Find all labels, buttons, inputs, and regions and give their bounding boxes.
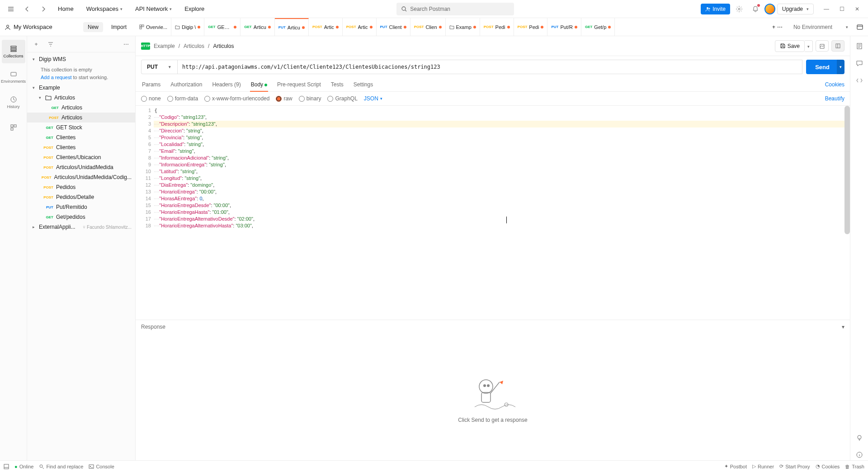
tab-more-icon[interactable]: ⋯ bbox=[777, 24, 783, 30]
crumb-1[interactable]: Example bbox=[154, 43, 175, 49]
sidebar-environments-icon[interactable]: Environments bbox=[2, 65, 25, 89]
tree-request-item[interactable]: POSTArticulos/UnidadMedida bbox=[27, 162, 135, 172]
tab-body[interactable]: Body bbox=[250, 78, 268, 91]
tab-authorization[interactable]: Authorization bbox=[170, 78, 203, 91]
window-close-icon[interactable]: ✕ bbox=[850, 4, 864, 14]
window-minimize-icon[interactable]: — bbox=[819, 4, 834, 14]
url-input[interactable] bbox=[177, 60, 802, 74]
tree-request-item[interactable]: POSTPedidos/Detalle bbox=[27, 192, 135, 202]
tree-request-item[interactable]: PUTPut/Remitido bbox=[27, 202, 135, 212]
tab-item[interactable]: GETArticu bbox=[241, 18, 275, 36]
env-eye-icon[interactable] bbox=[856, 24, 863, 31]
tree-request-item[interactable]: GETClientes bbox=[27, 132, 135, 142]
tree-collection-example[interactable]: ▾Example bbox=[27, 83, 135, 93]
tab-prerequest[interactable]: Pre-request Script bbox=[276, 78, 322, 91]
body-editor[interactable]: 123456789101112131415161718 ·{····"Codig… bbox=[136, 105, 850, 320]
tab-item[interactable]: POSTArtic bbox=[309, 18, 343, 36]
sidebar-add-icon[interactable]: + bbox=[31, 39, 42, 50]
tree-collection-digip[interactable]: ▾Digip WMS bbox=[27, 54, 135, 64]
sidebar-collections-icon[interactable]: Collections bbox=[2, 40, 25, 63]
tree-request-item[interactable]: GETGET Stock bbox=[27, 123, 135, 132]
tree-request-item[interactable]: POSTClientes/Ubicacion bbox=[27, 152, 135, 162]
cookies-link[interactable]: Cookies bbox=[825, 78, 844, 91]
tab-item[interactable]: GETGet/p bbox=[581, 18, 615, 36]
hamburger-icon[interactable] bbox=[4, 2, 18, 16]
save-dropdown[interactable]: ▾ bbox=[805, 40, 813, 52]
invite-button[interactable]: Invite bbox=[701, 4, 730, 14]
status-postbot[interactable]: ✦ Postbot bbox=[724, 463, 747, 469]
beautify-button[interactable]: Beautify bbox=[825, 95, 844, 102]
status-find[interactable]: Find and replace bbox=[39, 464, 83, 469]
tab-item[interactable]: POSTPedi bbox=[514, 18, 548, 36]
body-raw[interactable]: raw bbox=[276, 95, 292, 102]
status-online[interactable]: ●Online bbox=[14, 464, 33, 469]
tab-item[interactable]: Overvie... bbox=[136, 18, 171, 36]
forward-icon[interactable] bbox=[36, 2, 51, 16]
status-runner[interactable]: ▷ Runner bbox=[752, 463, 774, 469]
workspace-name[interactable]: My Workspace bbox=[5, 24, 80, 30]
tree-request-item[interactable]: POSTClientes bbox=[27, 142, 135, 152]
import-button[interactable]: Import bbox=[107, 22, 131, 32]
tree-request-item[interactable]: POSTArticulos/UnidadMedida/Codig... bbox=[27, 172, 135, 182]
method-select[interactable]: PUT▾ bbox=[141, 60, 177, 74]
sidebar-history-icon[interactable]: History bbox=[2, 90, 25, 114]
status-proxy[interactable]: ⟳ Start Proxy bbox=[779, 463, 810, 469]
send-dropdown[interactable]: ▾ bbox=[837, 60, 844, 74]
tab-item[interactable]: POSTPedi bbox=[480, 18, 514, 36]
add-request-link[interactable]: Add a request bbox=[41, 75, 72, 80]
status-trash[interactable]: 🗑 Trash bbox=[845, 463, 864, 469]
save-button[interactable]: Save bbox=[775, 40, 805, 52]
environment-select[interactable]: No Environment▾ bbox=[790, 22, 852, 32]
status-cookies[interactable]: ◔ Cookies bbox=[816, 463, 840, 469]
docs-icon[interactable] bbox=[854, 41, 865, 52]
new-button[interactable]: New bbox=[83, 22, 103, 32]
tree-collection-external[interactable]: ▸ExternalAppli... ⑂ Facundo Shlamovitz..… bbox=[27, 222, 135, 232]
tab-item[interactable]: GETGET S bbox=[204, 18, 241, 36]
body-urlencoded[interactable]: x-www-form-urlencoded bbox=[204, 95, 269, 102]
view-icon[interactable] bbox=[831, 40, 844, 52]
body-none[interactable]: none bbox=[141, 95, 161, 102]
tab-item[interactable]: Digip \ bbox=[171, 18, 204, 36]
tab-params[interactable]: Params bbox=[141, 78, 161, 91]
tree-request-item[interactable]: POSTPedidos bbox=[27, 182, 135, 192]
crumb-2[interactable]: Articulos bbox=[184, 43, 204, 49]
new-tab-icon[interactable]: + bbox=[772, 24, 775, 30]
nav-workspaces[interactable]: Workspaces▾ bbox=[81, 2, 128, 16]
info-icon[interactable] bbox=[854, 449, 865, 460]
tab-item[interactable]: PUTClient bbox=[377, 18, 410, 36]
tab-item[interactable]: PUTPut/R bbox=[547, 18, 581, 36]
tree-request-item[interactable]: POSTArticulos bbox=[27, 113, 135, 123]
response-collapse-icon[interactable]: ▾ bbox=[842, 324, 844, 330]
avatar[interactable] bbox=[764, 4, 775, 14]
body-graphql[interactable]: GraphQL bbox=[327, 95, 357, 102]
global-search[interactable]: Search Postman bbox=[396, 3, 514, 15]
sidebar-filter-icon[interactable] bbox=[45, 39, 56, 50]
body-format-select[interactable]: JSON▾ bbox=[364, 95, 382, 102]
upgrade-button[interactable]: Upgrade▾ bbox=[777, 4, 814, 14]
tab-item[interactable]: POSTClien bbox=[410, 18, 446, 36]
tab-headers[interactable]: Headers (9) bbox=[211, 78, 241, 91]
sidebar-more-icon[interactable] bbox=[2, 116, 25, 139]
tree-request-item[interactable]: GETGet/pedidos bbox=[27, 212, 135, 222]
lightbulb-icon[interactable] bbox=[854, 432, 865, 443]
tab-item[interactable]: POSTArtic bbox=[343, 18, 377, 36]
window-maximize-icon[interactable]: ☐ bbox=[835, 4, 849, 14]
tree-request-item[interactable]: GETArticulos bbox=[27, 103, 135, 113]
nav-explore[interactable]: Explore bbox=[179, 2, 210, 16]
code-icon[interactable] bbox=[854, 75, 865, 86]
nav-home[interactable]: Home bbox=[52, 2, 79, 16]
share-icon[interactable] bbox=[816, 40, 829, 52]
status-console[interactable]: Console bbox=[89, 464, 114, 469]
bell-icon[interactable] bbox=[748, 2, 763, 16]
comments-icon[interactable] bbox=[854, 58, 865, 69]
back-icon[interactable] bbox=[20, 2, 34, 16]
tab-item[interactable]: PUTArticu bbox=[275, 18, 309, 36]
send-button[interactable]: Send bbox=[806, 60, 839, 74]
settings-icon[interactable] bbox=[732, 2, 746, 16]
tree-folder-articulos[interactable]: ▾ Articulos bbox=[27, 93, 135, 103]
sidebar-more-icon[interactable]: ⋯ bbox=[121, 39, 132, 50]
tab-item[interactable]: Examp bbox=[446, 18, 480, 36]
body-formdata[interactable]: form-data bbox=[167, 95, 198, 102]
status-panel-icon[interactable] bbox=[4, 464, 9, 469]
nav-api-network[interactable]: API Network▾ bbox=[130, 2, 177, 16]
